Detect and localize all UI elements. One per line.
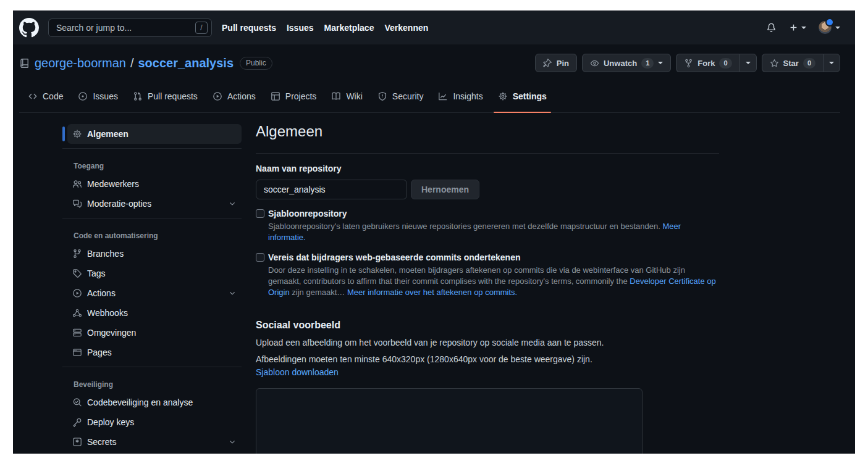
play-circle-icon (213, 91, 222, 101)
sidebar-section-code-en-automatisering: Code en automatisering (62, 223, 242, 244)
signoff-learn-more-link[interactable]: Meer informatie over het aftekenen op co… (347, 288, 517, 297)
sidebar-divider (62, 367, 242, 367)
rename-button[interactable]: Hernoemen (411, 180, 479, 199)
notification-dot (827, 19, 833, 25)
template-repository-checkbox[interactable] (256, 209, 264, 218)
sidebar-item-pages[interactable]: Pages (67, 343, 242, 362)
template-repository-setting: Sjabloonrepository Sjabloonrepository's … (256, 208, 719, 243)
social-preview-description: Upload een afbeelding om het voorbeeld v… (256, 337, 719, 348)
tab-projects[interactable]: Projects (263, 80, 324, 112)
sidebar-item-omgevingen[interactable]: Omgevingen (67, 323, 242, 343)
codescan-icon (72, 397, 82, 407)
graph-icon (438, 91, 448, 101)
repo-name-link[interactable]: soccer_analysis (138, 56, 234, 70)
tab-pull-requests[interactable]: Pull requests (125, 80, 205, 112)
pin-button[interactable]: Pin (535, 54, 577, 72)
tab-code[interactable]: Code (20, 80, 70, 112)
sidebar-section-beveiliging: Beveiliging (62, 372, 242, 393)
create-new-button[interactable] (789, 23, 806, 32)
tab-wiki[interactable]: Wiki (324, 80, 369, 112)
sidebar-item-medewerkers[interactable]: Medewerkers (67, 174, 242, 194)
sidebar-item-deploy-keys[interactable]: Deploy keys (67, 412, 242, 432)
sidebar-divider (62, 218, 242, 218)
repo-breadcrumb: george-boorman / soccer_analysis (35, 56, 234, 70)
require-signoff-note: Door deze instelling in te schakelen, mo… (268, 265, 719, 298)
star-button[interactable]: Star 0 (762, 54, 823, 72)
bell-icon (766, 22, 777, 33)
eye-icon (590, 59, 599, 68)
sidebar-item-actions[interactable]: Actions (67, 283, 242, 303)
shield-icon (377, 91, 387, 101)
github-logo-icon[interactable] (19, 18, 39, 38)
chevron-down-icon (228, 438, 237, 446)
social-preview-heading: Sociaal voorbeeld (256, 319, 719, 331)
pin-icon (543, 59, 552, 68)
signoff-setting: Vereis dat bijdragers web-gebaseerde com… (256, 252, 719, 298)
repo-name-input[interactable] (256, 180, 407, 199)
caret-down-icon (801, 27, 806, 29)
browser-icon (72, 347, 82, 357)
require-signoff-label: Vereis dat bijdragers web-gebaseerde com… (268, 252, 719, 263)
play-circle-icon (72, 288, 82, 298)
fork-icon (684, 59, 693, 68)
top-navigation: / Pull requests Issues Marketplace Verke… (13, 10, 855, 44)
sidebar-item-webhooks[interactable]: Webhooks (67, 303, 242, 323)
settings-layout: Algemeen Toegang Medewerkers Moderatie-o… (13, 113, 855, 454)
key-icon (72, 417, 82, 427)
social-preview-section: Sociaal voorbeeld Upload een afbeelding … (256, 319, 719, 454)
nav-pull-requests[interactable]: Pull requests (222, 23, 276, 33)
tab-insights[interactable]: Insights (431, 80, 490, 112)
sidebar-item-tags[interactable]: Tags (67, 264, 242, 283)
book-icon (331, 91, 341, 101)
social-preview-upload-box[interactable] (256, 388, 643, 454)
tab-settings[interactable]: Settings (491, 80, 554, 112)
sidebar-item-moderatie-opties[interactable]: Moderatie-opties (67, 194, 242, 214)
breadcrumb-separator: / (130, 56, 134, 70)
search-box: / (48, 19, 212, 37)
search-input[interactable] (56, 23, 195, 33)
tab-issues[interactable]: Issues (70, 80, 125, 112)
page-title: Algemeen (256, 122, 719, 154)
global-nav-links: Pull requests Issues Marketplace Verkenn… (222, 23, 428, 33)
fork-dropdown-button[interactable] (739, 54, 757, 72)
repo-icon (19, 58, 30, 69)
nav-marketplace[interactable]: Marketplace (324, 23, 374, 33)
issue-opened-icon (78, 91, 88, 101)
repo-tabs: Code Issues Pull requests Actions Projec… (19, 80, 840, 113)
git-branch-icon (72, 249, 82, 259)
fork-count: 0 (719, 58, 731, 69)
fork-button[interactable]: Fork 0 (676, 54, 739, 72)
gear-icon (72, 129, 82, 139)
download-template-link[interactable]: Sjabloon downloaden (256, 367, 339, 378)
table-icon (271, 91, 280, 101)
rename-form: Hernoemen (256, 180, 719, 199)
nav-verkennen[interactable]: Verkennen (384, 23, 428, 33)
tab-security[interactable]: Security (370, 80, 431, 112)
git-pull-request-icon (133, 91, 143, 101)
server-icon (72, 328, 82, 338)
repo-owner-link[interactable]: george-boorman (35, 56, 126, 70)
sidebar-section-toegang: Toegang (62, 153, 242, 174)
visibility-badge: Public (240, 57, 272, 70)
tab-actions[interactable]: Actions (205, 80, 263, 112)
star-count: 0 (803, 58, 815, 69)
unwatch-button[interactable]: Unwatch 1 (582, 54, 671, 72)
nav-right-controls (766, 21, 840, 34)
sidebar-item-secrets[interactable]: Secrets (67, 432, 242, 452)
sidebar-item-algemeen[interactable]: Algemeen (67, 124, 242, 144)
sidebar-item-codebeveiliging[interactable]: Codebeveiliging en analyse (67, 393, 242, 412)
plus-icon (789, 23, 798, 32)
caret-down-icon (829, 62, 834, 64)
sidebar-item-branches[interactable]: Branches (67, 244, 242, 264)
star-dropdown-button[interactable] (823, 54, 840, 72)
user-menu-button[interactable] (819, 21, 840, 34)
nav-issues[interactable]: Issues (287, 23, 314, 33)
slash-shortcut-hint: / (195, 22, 208, 34)
repository-header: george-boorman / soccer_analysis Public … (13, 44, 855, 113)
template-repository-label: Sjabloonrepository (268, 208, 719, 219)
chevron-down-icon (228, 199, 237, 208)
require-signoff-checkbox[interactable] (256, 253, 264, 262)
notifications-button[interactable] (766, 22, 777, 33)
social-preview-size-hint: Afbeeldingen moeten ten minste 640x320px… (256, 354, 719, 365)
caret-down-icon (746, 62, 751, 64)
